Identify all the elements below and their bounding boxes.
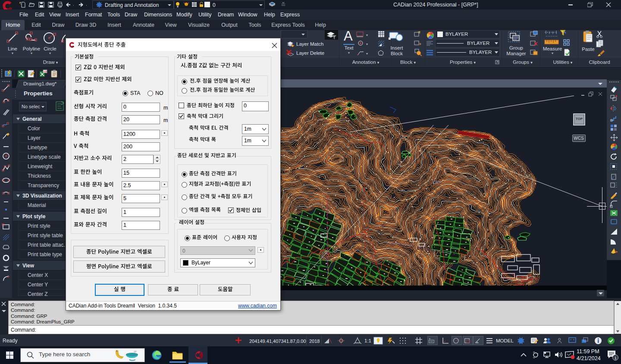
svg-text:1: 1 [615, 356, 617, 360]
svg-text:ABC: ABC [44, 70, 47, 73]
